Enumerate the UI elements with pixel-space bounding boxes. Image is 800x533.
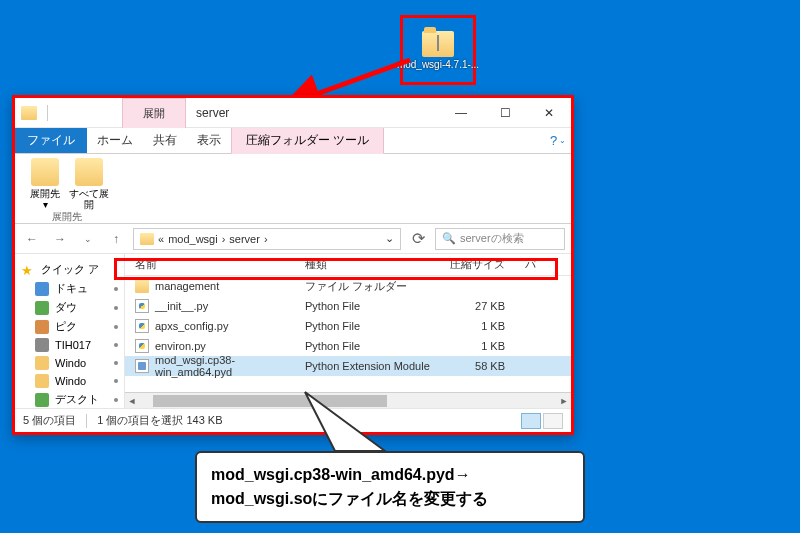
file-row[interactable]: apxs_config.py Python File 1 KB [125,316,571,336]
column-name[interactable]: 名前 [125,257,295,272]
callout-line-2: mod_wsgi.soにファイル名を変更する [211,487,569,511]
sidebar-quick-access[interactable]: ★ クイック ア [15,260,124,279]
tab-home[interactable]: ホーム [87,128,143,153]
tab-compressed-tools[interactable]: 圧縮フォルダー ツール [231,128,384,154]
file-row[interactable]: management ファイル フォルダー [125,276,571,296]
close-button[interactable]: ✕ [527,98,571,128]
breadcrumb-seg-server[interactable]: server [229,233,260,245]
py-icon [135,299,149,313]
column-size[interactable]: 圧縮サイズ [435,257,515,272]
scroll-right-arrow[interactable]: ► [557,396,571,406]
folder-icon [35,338,49,352]
pin-icon [114,287,118,291]
sidebar-item[interactable]: ドキュ [15,279,124,298]
details-view-button[interactable] [521,413,541,429]
column-type[interactable]: 種類 [295,257,435,272]
extract-all-button[interactable]: すべて展開 [69,158,109,210]
sidebar-item[interactable]: デスクト [15,390,124,408]
chevron-down-icon[interactable]: ⌄ [77,228,99,250]
nav-forward-button[interactable]: → [49,228,71,250]
file-size: 1 KB [435,320,515,332]
address-bar[interactable]: « mod_wsgi › server › ⌄ [133,228,401,250]
nav-up-button[interactable]: ↑ [105,228,127,250]
titlebar: 展開 server — ☐ ✕ [15,98,571,128]
search-input[interactable]: 🔍 serverの検索 [435,228,565,250]
folder-icon [35,301,49,315]
help-icon: ? [550,133,557,148]
extract-to-label: 展開先 [30,188,60,199]
file-type: Python File [295,300,435,312]
file-row[interactable]: environ.py Python File 1 KB [125,336,571,356]
view-switcher [521,413,563,429]
folder-icon [35,374,49,388]
tab-view[interactable]: 表示 [187,128,231,153]
scroll-left-arrow[interactable]: ◄ [125,396,139,406]
folder-icon [140,233,154,245]
star-icon: ★ [21,263,35,277]
sidebar-item-label: ダウ [55,300,77,315]
folder-icon [135,279,149,293]
file-size: 58 KB [435,360,515,372]
sidebar-item[interactable]: Windo [15,354,124,372]
sidebar-item[interactable]: ピク [15,317,124,336]
file-row[interactable]: mod_wsgi.cp38-win_amd64.pyd Python Exten… [125,356,571,376]
chevron-down-icon: ⌄ [559,136,566,145]
help-button[interactable]: ? ⌄ [545,128,571,153]
breadcrumb-seg-mod-wsgi[interactable]: mod_wsgi [168,233,218,245]
file-name: environ.py [155,340,206,352]
nav-back-button[interactable]: ← [21,228,43,250]
pin-icon [114,361,118,365]
sidebar-item-label: Windo [55,357,86,369]
folder-icon [35,320,49,334]
zip-folder-icon [422,31,454,57]
file-type: ファイル フォルダー [295,279,435,294]
tab-share[interactable]: 共有 [143,128,187,153]
sidebar-item-label: ピク [55,319,77,334]
file-rows: management ファイル フォルダー __init__.py Python… [125,276,571,392]
column-extra[interactable]: パ [515,257,571,272]
pin-icon [114,306,118,310]
sidebar-item[interactable]: Windo [15,372,124,390]
sidebar-item-label: デスクト [55,392,99,407]
extract-to-button[interactable]: 展開先▾ [25,158,65,210]
search-placeholder: serverの検索 [460,231,524,246]
tab-file[interactable]: ファイル [15,128,87,153]
ribbon-tabs: ファイル ホーム 共有 表示 圧縮フォルダー ツール ? ⌄ [15,128,571,154]
titlebar-left [15,105,54,121]
file-size: 27 KB [435,300,515,312]
address-bar-row: ← → ⌄ ↑ « mod_wsgi › server › ⌄ ⟳ 🔍 serv… [15,224,571,254]
nav-pane: ★ クイック ア ドキュダウピクTIH017WindoWindoデスクト [15,254,125,408]
contextual-tab-group-header: 展開 [122,98,186,128]
folder-icon [35,282,49,296]
search-icon: 🔍 [442,232,456,245]
file-type: Python File [295,320,435,332]
extract-all-icon [75,158,103,186]
folder-icon [35,393,49,407]
ribbon-group-extract: 展開先▾ すべて展開 展開先 [21,158,113,223]
breadcrumb-separator: › [222,233,226,245]
refresh-button[interactable]: ⟳ [407,229,429,248]
status-item-count: 5 個の項目 [23,413,76,428]
minimize-button[interactable]: — [439,98,483,128]
sidebar-item-label: TIH017 [55,339,91,351]
maximize-button[interactable]: ☐ [483,98,527,128]
pin-icon [114,343,118,347]
sidebar-item-label: ドキュ [55,281,88,296]
file-size: 1 KB [435,340,515,352]
sidebar-item[interactable]: ダウ [15,298,124,317]
icons-view-button[interactable] [543,413,563,429]
callout-line-1: mod_wsgi.cp38-win_amd64.pyd→ [211,463,569,487]
callout: mod_wsgi.cp38-win_amd64.pyd→ mod_wsgi.so… [195,451,585,523]
file-name: management [155,280,219,292]
window-icon [21,106,37,120]
file-name: mod_wsgi.cp38-win_amd64.pyd [155,354,295,378]
status-selection: 1 個の項目を選択 143 KB [97,413,222,428]
svg-line-0 [300,60,410,100]
sidebar-item[interactable]: TIH017 [15,336,124,354]
pin-icon [114,325,118,329]
extract-to-icon [31,158,59,186]
sidebar-item-label: Windo [55,375,86,387]
file-row[interactable]: __init__.py Python File 27 KB [125,296,571,316]
address-dropdown-button[interactable]: ⌄ [385,232,394,245]
pin-icon [114,398,118,402]
